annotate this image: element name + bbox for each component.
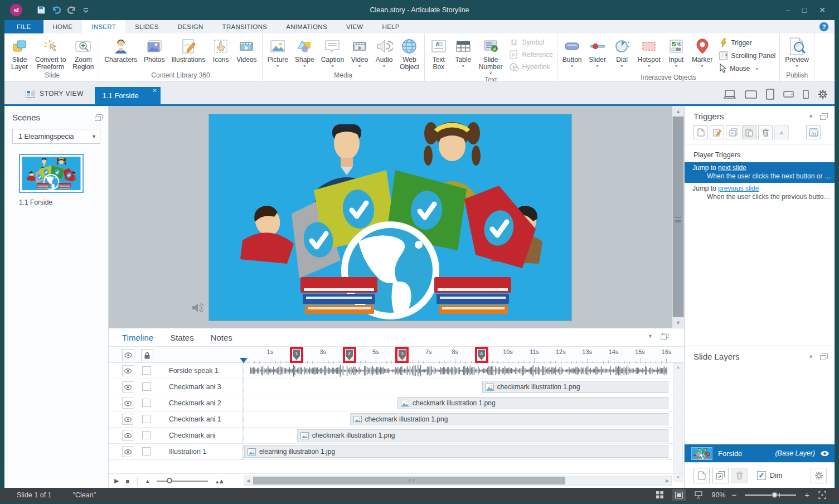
help-icon[interactable]: ? [819, 22, 829, 32]
menu-tab-insert[interactable]: INSERT [82, 20, 125, 33]
scrollbar-thumb[interactable] [673, 117, 683, 317]
ribbon-button-audio[interactable]: Audio▼ [372, 35, 396, 68]
scroll-up-icon[interactable]: ▲ [674, 364, 682, 371]
slide-layers-collapse-icon[interactable]: ▼ [808, 354, 813, 360]
zoom-slider-knob[interactable] [772, 492, 778, 498]
panel-undock-icon[interactable] [820, 353, 828, 360]
timeline-object-bar[interactable]: elearning illustration 1.jpg [244, 445, 668, 458]
ribbon-button-slide-layer[interactable]: Slide Layer [7, 35, 32, 71]
preview-device-desktop-icon[interactable] [724, 90, 736, 99]
ribbon-button-videos[interactable]: Videos [233, 35, 260, 64]
trigger-item[interactable]: Jump to next slideWhen the user clicks t… [685, 162, 835, 183]
ribbon-button-marker[interactable]: Marker▼ [688, 35, 716, 68]
panel-undock-icon[interactable] [820, 113, 828, 120]
ribbon-button-dial[interactable]: Dial▼ [610, 35, 634, 68]
row-visibility-eye-icon[interactable] [122, 365, 133, 376]
menu-tab-transitions[interactable]: TRANSITIONS [213, 20, 277, 33]
tab-close-icon[interactable]: ✕ [152, 88, 157, 94]
story-view-tab[interactable]: STORY VIEW [4, 90, 95, 104]
menu-tab-design[interactable]: DESIGN [168, 20, 213, 33]
variables-button[interactable]: (x) [806, 125, 821, 139]
ribbon-button-slide-number[interactable]: #Slide Number▼ [476, 35, 506, 75]
layer-visibility-eye-icon[interactable] [821, 450, 829, 457]
delete-trigger-button[interactable] [758, 125, 773, 139]
duplicate-layer-button[interactable] [712, 468, 729, 483]
cue-point-annotation-2[interactable]: 2 [343, 347, 356, 363]
ribbon-button-illustrations[interactable]: Illustrations [168, 35, 208, 64]
dim-checkbox[interactable]: ✓ [757, 471, 766, 480]
preview-device-tablet-portrait-icon[interactable] [766, 89, 774, 100]
menu-tab-animations[interactable]: ANIMATIONS [277, 20, 337, 33]
audio-waveform[interactable] [250, 364, 667, 378]
ribbon-button-preview[interactable]: Preview▼ [782, 35, 812, 68]
audio-speaker-icon[interactable] [191, 302, 203, 313]
close-button[interactable]: ✕ [819, 6, 826, 14]
ribbon-button-slider[interactable]: Slider▼ [585, 35, 610, 68]
timeline-collapse-icon[interactable]: ▼ [648, 333, 653, 339]
customize-quick-access-icon[interactable] [83, 7, 89, 13]
preview-device-phone-portrait-icon[interactable] [803, 90, 809, 99]
timeline-tab-notes[interactable]: Notes [211, 333, 232, 342]
ribbon-button-video[interactable]: Video▼ [347, 35, 372, 68]
ribbon-button-photos[interactable]: Photos [140, 35, 168, 64]
slide-thumbnail[interactable] [19, 154, 84, 193]
ribbon-button-web-object[interactable]: Web Object [396, 35, 423, 71]
timeline-tab-timeline[interactable]: Timeline [122, 333, 153, 342]
timeline-zoom-out-icon[interactable]: ▲ [145, 478, 150, 484]
row-lock-checkbox[interactable] [142, 382, 151, 391]
slide-tab-forside[interactable]: 1.1 Forside ✕ [95, 87, 161, 104]
ribbon-button-caption[interactable]: Caption▼ [318, 35, 347, 68]
scrollbar-thumb[interactable] [253, 477, 565, 484]
ribbon-button-button[interactable]: Button▼ [559, 35, 585, 68]
ribbon-button-table[interactable]: Table▼ [451, 35, 476, 68]
trigger-target-link[interactable]: previous slide [718, 185, 759, 192]
ribbon-button-trigger[interactable]: Trigger [719, 38, 775, 48]
save-icon[interactable] [37, 6, 46, 14]
timeline-vertical-scrollbar[interactable]: ▲ ▼ [673, 363, 683, 482]
scroll-down-icon[interactable]: ▼ [672, 317, 684, 328]
ribbon-button-characters[interactable]: Characters [101, 35, 140, 64]
zoom-out-button[interactable]: − [731, 490, 736, 500]
ribbon-button-text-box[interactable]: AText Box [426, 35, 451, 71]
stage-vertical-scrollbar[interactable]: ▲ ▼ [672, 106, 684, 328]
fit-to-window-icon[interactable] [816, 489, 829, 501]
row-lock-checkbox[interactable] [142, 399, 151, 407]
ribbon-button-picture[interactable]: Picture▼ [264, 35, 292, 68]
row-visibility-eye-icon[interactable] [122, 398, 133, 409]
scene-selector-dropdown[interactable]: 1 Elearningspecia ▼ [12, 129, 100, 144]
grid-view-icon[interactable] [653, 489, 666, 501]
undo-icon[interactable] [51, 6, 61, 14]
timeline-ruler[interactable]: 1s2s3s4s5s6s7s8s9s10s11s12s13s14s15s16s1… [244, 347, 672, 364]
row-visibility-eye-icon[interactable] [122, 381, 133, 392]
row-visibility-eye-icon[interactable] [122, 414, 133, 425]
zoom-in-button[interactable]: + [804, 490, 809, 500]
timeline-zoom-in-icon[interactable]: ▲▲ [215, 477, 223, 485]
stop-button[interactable]: ■ [125, 478, 129, 484]
menu-tab-slides[interactable]: SLIDES [125, 20, 168, 33]
delete-layer-button[interactable] [731, 468, 748, 483]
row-lock-checkbox[interactable] [142, 366, 151, 375]
trigger-target-link[interactable]: next slide [718, 164, 746, 172]
paste-trigger-button[interactable] [742, 125, 756, 139]
scroll-up-icon[interactable]: ▲ [672, 106, 684, 117]
timeline-tab-states[interactable]: States [170, 333, 194, 342]
preview-device-phone-landscape-icon[interactable] [783, 91, 794, 98]
ribbon-button-hotspot[interactable]: Hotspot▼ [634, 35, 664, 68]
timeline-object-bar[interactable]: checkmark illustration 1.png [350, 413, 668, 425]
playhead-marker[interactable] [240, 358, 248, 363]
timeline-horizontal-scrollbar[interactable]: ◀ ▶ [244, 476, 672, 486]
menu-tab-help[interactable]: HELP [373, 20, 409, 33]
cue-point-annotation-3[interactable]: 3 [395, 347, 409, 363]
slide-view-icon[interactable] [672, 489, 686, 501]
copy-trigger-button[interactable] [726, 125, 740, 139]
minimize-button[interactable]: – [785, 6, 790, 14]
show-hide-all-button[interactable] [122, 349, 134, 361]
row-lock-checkbox[interactable] [142, 447, 151, 455]
slide-layers-list[interactable] [685, 365, 835, 444]
scroll-right-icon[interactable]: ▶ [663, 478, 671, 483]
ribbon-button-zoom-region[interactable]: Zoom Region [69, 35, 97, 71]
layer-properties-gear-icon[interactable] [811, 468, 827, 483]
new-layer-button[interactable] [693, 468, 710, 483]
row-lock-checkbox[interactable] [142, 431, 151, 439]
ribbon-button-shape[interactable]: Shape▼ [292, 35, 318, 68]
